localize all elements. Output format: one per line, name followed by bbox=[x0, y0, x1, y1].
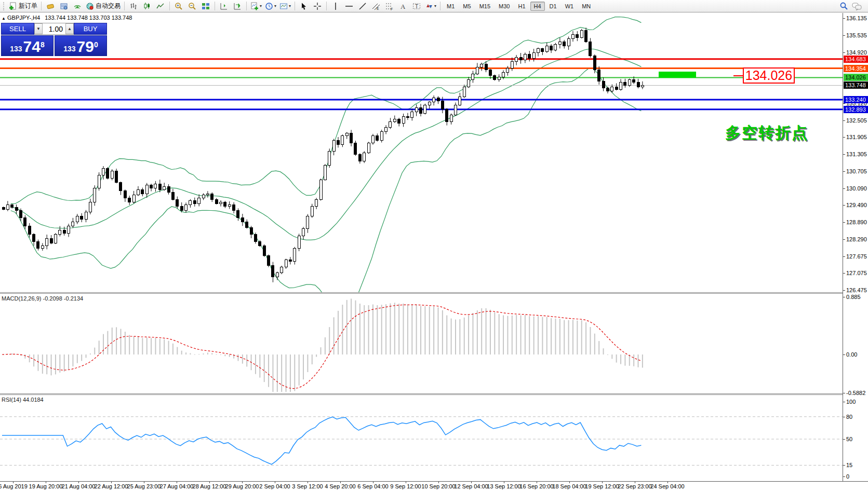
price-axis[interactable]: 136.135135.535134.920133.120132.505131.9… bbox=[843, 13, 868, 481]
rsi-tick-label: 0 bbox=[846, 473, 849, 480]
time-tick-label: 10 Sep 20:00 bbox=[421, 483, 455, 489]
tile-windows-button[interactable] bbox=[199, 1, 212, 11]
time-tick-label: 9 Sep 12:00 bbox=[390, 483, 421, 489]
text-tool-button[interactable]: A bbox=[397, 1, 409, 11]
svg-text:T: T bbox=[415, 4, 418, 9]
price-tick-mark bbox=[843, 222, 845, 223]
price-tick-label: 126.475 bbox=[846, 287, 867, 293]
auto-scroll-button[interactable] bbox=[218, 1, 230, 11]
volume-value[interactable]: 1.00 bbox=[43, 23, 65, 34]
main-chart[interactable] bbox=[0, 13, 843, 292]
time-tick-label: 2 Sep 04:00 bbox=[259, 483, 290, 489]
timeframe-m5[interactable]: M5 bbox=[459, 2, 474, 11]
svg-text:F: F bbox=[391, 7, 393, 10]
new-chart-button[interactable]: ▾ bbox=[249, 1, 263, 11]
price-tick-mark bbox=[843, 18, 845, 19]
candlestick-button[interactable] bbox=[141, 1, 153, 11]
arrows-caret: ▾ bbox=[434, 4, 436, 8]
vline-icon bbox=[332, 2, 339, 10]
price-tick-mark bbox=[843, 239, 845, 240]
vline-tool-button[interactable] bbox=[329, 1, 342, 11]
timeframe-d1[interactable]: D1 bbox=[546, 2, 560, 11]
timeframe-h1[interactable]: H1 bbox=[514, 2, 529, 11]
symbol-name: GBPJPY-,H4 bbox=[7, 15, 40, 21]
price-badge: 134.683 bbox=[844, 56, 868, 63]
cursor-button[interactable] bbox=[298, 1, 310, 11]
auto-scroll-icon bbox=[220, 2, 228, 10]
zoom-out-icon bbox=[188, 2, 196, 10]
price-callout-box[interactable]: 134.026 bbox=[743, 67, 795, 84]
macd-tick-mark bbox=[843, 297, 845, 297]
rsi-tick-label: 50 bbox=[846, 436, 852, 442]
new-order-button[interactable]: 新订单 bbox=[8, 1, 38, 11]
rsi-tick-mark bbox=[843, 465, 845, 466]
signals-button[interactable] bbox=[71, 1, 84, 11]
time-tick-label: 12 Sep 04:00 bbox=[454, 483, 488, 489]
navigator-button[interactable] bbox=[58, 1, 70, 11]
timeframe-mn[interactable]: MN bbox=[578, 2, 594, 11]
macd-pane[interactable] bbox=[0, 294, 843, 393]
timeframe-w1[interactable]: W1 bbox=[562, 2, 578, 11]
arrows-tool-button[interactable]: ▾ bbox=[424, 1, 437, 11]
timeframe-m1[interactable]: M1 bbox=[443, 2, 458, 11]
time-axis[interactable]: 6 Aug 201919 Aug 20:0021 Aug 04:0022 Aug… bbox=[0, 481, 868, 491]
macd-label: MACD(12,26,9) -0.2098 -0.2134 bbox=[2, 295, 83, 302]
price-badge: 133.748 bbox=[844, 81, 868, 89]
zoom-out-button[interactable] bbox=[186, 1, 198, 11]
price-tick-label: 127.675 bbox=[846, 253, 867, 260]
timeframe-m15[interactable]: M15 bbox=[476, 2, 494, 11]
crosshair-button[interactable] bbox=[311, 1, 324, 11]
trendline-tool-button[interactable] bbox=[356, 1, 369, 11]
sell-button[interactable]: SELL bbox=[1, 23, 34, 35]
arrows-icon bbox=[425, 2, 433, 10]
bar-chart-button[interactable] bbox=[127, 1, 140, 11]
svg-text:A: A bbox=[400, 3, 406, 10]
price-tick-label: 135.535 bbox=[846, 32, 867, 38]
channel-tool-button[interactable]: E bbox=[370, 1, 382, 11]
sell-price[interactable]: 133 74 8 bbox=[1, 35, 54, 56]
pane-separator-macd[interactable] bbox=[0, 292, 868, 294]
rsi-pane[interactable] bbox=[0, 395, 843, 481]
time-tick-label: 25 Aug 23:00 bbox=[127, 483, 161, 489]
line-chart-icon bbox=[156, 2, 165, 10]
turning-point-text[interactable]: 多空转折点 bbox=[725, 122, 808, 144]
trendline-icon bbox=[358, 2, 367, 10]
time-tick-label: 28 Aug 12:00 bbox=[193, 483, 226, 489]
zoom-in-button[interactable] bbox=[172, 1, 185, 11]
time-tick-label: 18 Sep 04:00 bbox=[552, 483, 586, 489]
rsi-tick-mark bbox=[843, 439, 845, 440]
period-button[interactable]: ▾ bbox=[264, 1, 277, 11]
buy-price-pips: 79 bbox=[77, 39, 94, 54]
collapse-arrow-icon[interactable]: ▲ bbox=[2, 16, 6, 21]
timeframe-h4[interactable]: H4 bbox=[530, 2, 545, 11]
volume-up-button[interactable]: ▲ bbox=[65, 23, 74, 34]
template-icon bbox=[279, 2, 288, 10]
rsi-tick-mark bbox=[843, 402, 845, 402]
line-chart-button[interactable] bbox=[154, 1, 167, 11]
hline-tool-button[interactable] bbox=[343, 1, 355, 11]
price-badge: 133.240 bbox=[844, 96, 868, 103]
price-tick-label: 130.705 bbox=[846, 168, 867, 174]
pane-separator-rsi[interactable] bbox=[0, 393, 868, 395]
buy-price[interactable]: 133 79 0 bbox=[55, 35, 107, 56]
svg-text:E: E bbox=[377, 7, 379, 10]
navigator-icon bbox=[60, 2, 68, 10]
chat-button[interactable] bbox=[851, 1, 863, 11]
search-button[interactable] bbox=[837, 1, 850, 11]
fibonacci-tool-button[interactable]: F bbox=[383, 1, 396, 11]
label-tool-button[interactable]: T bbox=[410, 1, 423, 11]
volume-down-button[interactable]: ▼ bbox=[34, 23, 43, 34]
green-highlight-bar[interactable] bbox=[659, 72, 696, 78]
template-button[interactable]: ▾ bbox=[278, 1, 292, 11]
price-tick-mark bbox=[843, 120, 845, 121]
data-window-button[interactable] bbox=[44, 1, 57, 11]
rsi-tick-label: 100 bbox=[846, 399, 856, 405]
chart-shift-button[interactable] bbox=[231, 1, 244, 11]
fibonacci-icon: F bbox=[385, 2, 394, 10]
buy-button[interactable]: BUY bbox=[74, 23, 107, 35]
price-tick-label: 134.920 bbox=[846, 49, 867, 56]
timeframe-m30[interactable]: M30 bbox=[495, 2, 513, 11]
autotrading-button[interactable]: 自动交易 bbox=[85, 1, 122, 11]
period-caret: ▾ bbox=[274, 4, 276, 8]
time-tick-label: 19 Sep 12:00 bbox=[585, 483, 619, 489]
